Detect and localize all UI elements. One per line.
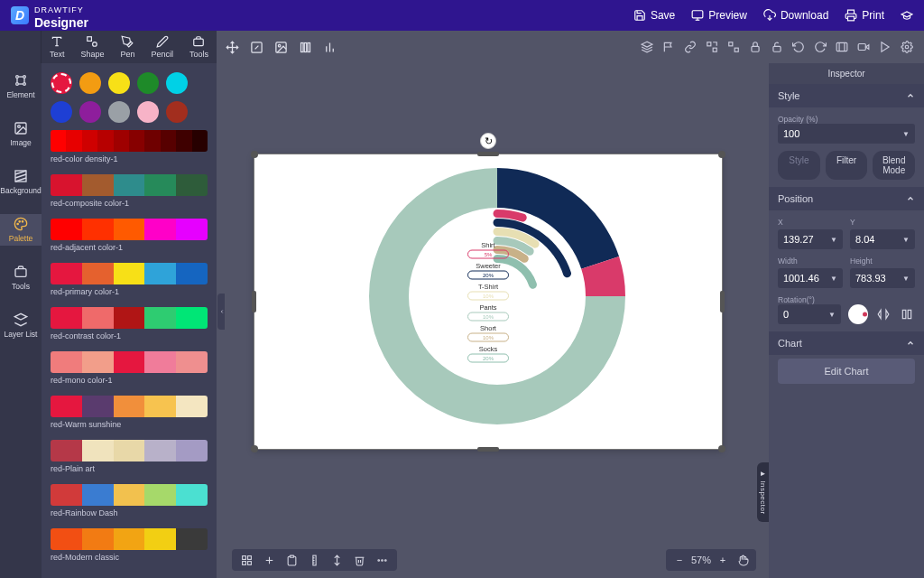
ruler-h-icon[interactable] xyxy=(331,555,343,566)
zoom-in-button[interactable]: + xyxy=(715,552,731,568)
svg-rect-26 xyxy=(773,46,781,51)
add-page-icon[interactable] xyxy=(263,555,275,566)
width-field[interactable]: 1001.46▼ xyxy=(778,268,843,288)
color-swatch[interactable] xyxy=(108,72,130,94)
film-icon[interactable] xyxy=(836,41,848,53)
artboard[interactable]: Shirt5%Sweeter20%T-Shirt10%Pants10%Short… xyxy=(254,154,723,450)
svg-rect-6 xyxy=(88,37,92,42)
rotation-wheel[interactable] xyxy=(848,304,868,324)
rotate-handle[interactable]: ↻ xyxy=(480,133,496,149)
group-icon[interactable] xyxy=(706,41,718,53)
color-swatch[interactable] xyxy=(166,72,188,94)
rail-background[interactable]: Background xyxy=(0,166,42,198)
grid-icon[interactable] xyxy=(241,555,253,566)
flag-icon[interactable] xyxy=(662,41,675,53)
pen-icon xyxy=(121,35,134,48)
color-swatch[interactable] xyxy=(79,72,101,94)
canvas-area[interactable]: Shirt5%Sweeter20%T-Shirt10%Pants10%Short… xyxy=(225,63,769,578)
color-swatch[interactable] xyxy=(137,101,159,123)
panel-splitter[interactable] xyxy=(217,63,225,578)
unlock-icon[interactable] xyxy=(771,41,783,53)
style-button[interactable]: Style xyxy=(778,151,820,180)
zoom-value[interactable]: 57% xyxy=(691,555,711,565)
image-icon[interactable] xyxy=(274,41,288,54)
download-button[interactable]: Download xyxy=(763,9,828,22)
y-field[interactable]: 8.04▼ xyxy=(850,229,915,249)
palette-strip[interactable] xyxy=(51,484,208,506)
svg-marker-20 xyxy=(642,42,652,47)
rail-element[interactable]: Element xyxy=(0,70,42,102)
blend-button[interactable]: Blend Mode xyxy=(873,151,915,180)
color-swatch[interactable] xyxy=(51,101,72,123)
palette-strip[interactable] xyxy=(51,351,208,373)
inspector-collapse-tab[interactable]: ► Inspector xyxy=(757,462,769,522)
palette-strip[interactable] xyxy=(51,174,208,196)
layers-icon[interactable] xyxy=(641,41,653,53)
palette-strip[interactable] xyxy=(51,528,208,550)
undo-icon[interactable] xyxy=(792,41,805,53)
rotation-field[interactable]: 0▼ xyxy=(778,304,841,324)
section-style-header[interactable]: Style xyxy=(769,84,924,107)
graduation-button[interactable] xyxy=(901,9,913,22)
preview-button[interactable]: Preview xyxy=(691,9,747,22)
flip-v-button[interactable] xyxy=(899,306,915,322)
color-swatch[interactable] xyxy=(137,72,159,94)
settings-icon[interactable] xyxy=(901,41,913,53)
pan-button[interactable] xyxy=(735,552,751,568)
palette-strip[interactable] xyxy=(51,440,208,461)
tab-pencil[interactable]: Pencil xyxy=(151,35,173,59)
svg-marker-32 xyxy=(882,42,889,52)
svg-point-33 xyxy=(905,45,909,49)
svg-rect-8 xyxy=(194,39,204,46)
section-position-header[interactable]: Position xyxy=(769,187,924,210)
print-button[interactable]: Print xyxy=(845,9,884,22)
move-icon[interactable] xyxy=(226,41,239,54)
x-field[interactable]: 139.27▼ xyxy=(778,229,843,249)
video-icon[interactable] xyxy=(857,41,870,53)
lock-icon[interactable] xyxy=(749,41,762,53)
palette-strip[interactable] xyxy=(51,307,208,329)
palette-strip[interactable] xyxy=(51,219,208,240)
rail-tools[interactable]: Tools xyxy=(0,262,42,294)
height-field[interactable]: 783.93▼ xyxy=(850,268,915,288)
trash-icon[interactable] xyxy=(354,555,365,566)
more-icon[interactable] xyxy=(376,555,388,566)
opacity-dropdown[interactable]: 100▼ xyxy=(778,124,915,144)
tab-pen[interactable]: Pen xyxy=(120,35,134,59)
swatch-row-2 xyxy=(51,101,208,123)
columns-icon[interactable] xyxy=(299,41,312,54)
edit-chart-button[interactable]: Edit Chart xyxy=(778,359,915,384)
ruler-v-icon[interactable] xyxy=(309,555,320,566)
save-button[interactable]: Save xyxy=(633,9,675,22)
zoom-out-button[interactable]: − xyxy=(671,552,688,568)
color-swatch[interactable] xyxy=(108,101,130,123)
palette-strip[interactable] xyxy=(51,130,208,152)
color-swatch[interactable] xyxy=(166,101,188,123)
rail-image[interactable]: Image xyxy=(0,118,42,150)
palette-strip[interactable] xyxy=(51,263,208,284)
palette-strip[interactable] xyxy=(51,396,208,417)
color-swatch[interactable] xyxy=(79,101,101,123)
edit-box-icon[interactable] xyxy=(250,41,263,54)
text-icon xyxy=(51,35,63,48)
svg-rect-22 xyxy=(713,48,716,51)
color-swatch[interactable] xyxy=(51,72,72,94)
rail-palette[interactable]: Palette xyxy=(0,214,42,246)
ungroup-icon[interactable] xyxy=(727,41,740,53)
tab-tools[interactable]: Tools xyxy=(189,35,208,59)
play-icon[interactable] xyxy=(879,41,892,53)
link-icon[interactable] xyxy=(684,41,697,53)
filter-button[interactable]: Filter xyxy=(826,151,868,180)
flip-h-button[interactable] xyxy=(875,306,892,322)
rail-layerlist[interactable]: Layer List xyxy=(0,310,42,341)
tab-shape[interactable]: Shape xyxy=(80,35,104,59)
clipboard-icon[interactable] xyxy=(286,555,298,566)
redo-icon[interactable] xyxy=(814,41,827,53)
image-nav-icon xyxy=(14,121,28,135)
palette-strip-label: red-composite color-1 xyxy=(51,196,208,213)
section-chart-header[interactable]: Chart xyxy=(769,331,924,355)
bar-chart-icon[interactable] xyxy=(323,41,337,54)
tab-text[interactable]: Text xyxy=(50,35,65,59)
app-logo[interactable]: D DRAWTIFYDesigner xyxy=(11,1,88,30)
svg-rect-50 xyxy=(243,555,246,559)
